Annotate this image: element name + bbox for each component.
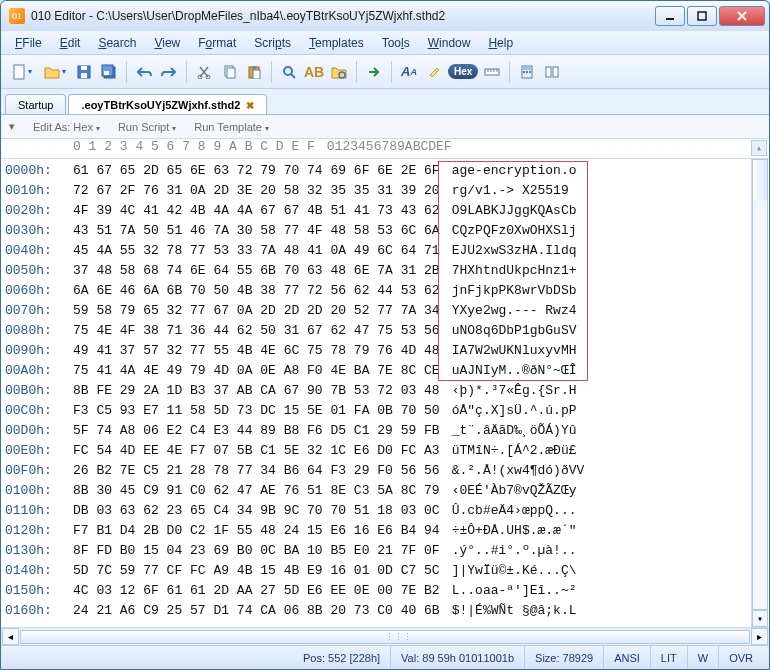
hex-row[interactable]: 00D0h:5F 74 A8 06 E2 C4 E3 44 89 B8 F6 D… — [1, 421, 769, 441]
maximize-button[interactable] — [687, 6, 717, 26]
status-endian[interactable]: LIT — [651, 646, 688, 669]
calculator-button[interactable] — [516, 61, 538, 83]
new-file-button[interactable]: ▾ — [7, 61, 37, 83]
ascii-cell[interactable]: uAJNIyM..®ðN°~ŒÎ — [440, 361, 577, 381]
menu-view[interactable]: View — [146, 34, 188, 52]
editbar-overflow-button[interactable]: ▾ — [9, 120, 15, 133]
find-in-files-button[interactable] — [328, 61, 350, 83]
bytes-cell[interactable]: 6A 6E 46 6A 6B 70 50 4B 38 77 72 56 62 4… — [71, 281, 440, 301]
scroll-up-button[interactable]: ▴ — [751, 140, 767, 156]
ascii-cell[interactable]: óÅ"ç.X]sÜ.^.ú.pP — [440, 401, 577, 421]
font-button[interactable]: AA — [398, 61, 420, 83]
bytes-cell[interactable]: 5F 74 A8 06 E2 C4 E3 44 89 B8 F6 D5 C1 2… — [71, 421, 440, 441]
horizontal-scrollbar[interactable]: ◂ ⋮⋮⋮ ▸ — [1, 627, 769, 645]
menu-format[interactable]: Format — [190, 34, 244, 52]
hex-row[interactable]: 00E0h:FC 54 4D EE 4E F7 07 5B C1 5E 32 1… — [1, 441, 769, 461]
hex-row[interactable]: 0060h:6A 6E 46 6A 6B 70 50 4B 38 77 72 5… — [1, 281, 769, 301]
ascii-cell[interactable]: _t¨.âÄãD‰¸öÕÁ)Yû — [440, 421, 577, 441]
vertical-scrollbar[interactable]: ▾ — [751, 159, 768, 627]
ascii-cell[interactable]: jnFjkpPK8wrVbDSb — [440, 281, 577, 301]
status-size[interactable]: Size: 78929 — [525, 646, 604, 669]
ascii-cell[interactable]: ‹þ)*.³7«Êg.{Sr.H — [440, 381, 577, 401]
status-charset[interactable]: ANSI — [604, 646, 651, 669]
hex-row[interactable]: 00C0h:F3 C5 93 E7 11 58 5D 73 DC 15 5E 0… — [1, 401, 769, 421]
ascii-cell[interactable]: uNO8q6DbP1gbGuSV — [440, 321, 577, 341]
hex-view[interactable]: 0000h:61 67 65 2D 65 6E 63 72 79 70 74 6… — [1, 159, 769, 627]
bytes-cell[interactable]: F7 B1 D4 2B D0 C2 1F 55 48 24 15 E6 16 E… — [71, 521, 440, 541]
hex-row[interactable]: 0010h:72 67 2F 76 31 0A 2D 3E 20 58 32 3… — [1, 181, 769, 201]
ascii-cell[interactable]: ]|YwÏü©±.Ké...Ç\ — [440, 561, 577, 581]
hscroll-thumb[interactable]: ⋮⋮⋮ — [21, 631, 749, 643]
redo-button[interactable] — [158, 61, 180, 83]
menu-search[interactable]: Search — [90, 34, 144, 52]
ascii-cell[interactable]: ÷±Ô+ÐÅ.UH$.æ.æ´" — [440, 521, 577, 541]
run-script-dropdown[interactable]: Run Script▾ — [118, 121, 176, 133]
copy-button[interactable] — [218, 61, 240, 83]
menu-tools[interactable]: Tools — [374, 34, 418, 52]
goto-button[interactable] — [363, 61, 385, 83]
bytes-cell[interactable]: 72 67 2F 76 31 0A 2D 3E 20 58 32 35 35 3… — [71, 181, 440, 201]
menu-help[interactable]: Help — [480, 34, 521, 52]
run-template-dropdown[interactable]: Run Template▾ — [194, 121, 269, 133]
hex-row[interactable]: 0140h:5D 7C 59 77 CF FC A9 4B 15 4B E9 1… — [1, 561, 769, 581]
hex-row[interactable]: 0000h:61 67 65 2D 65 6E 63 72 79 70 74 6… — [1, 161, 769, 181]
bytes-cell[interactable]: 61 67 65 2D 65 6E 63 72 79 70 74 69 6F 6… — [71, 161, 440, 181]
ascii-cell[interactable]: IA7W2wUKNluxyvMH — [440, 341, 577, 361]
find-button[interactable] — [278, 61, 300, 83]
ascii-cell[interactable]: L..oaa-ª']Eî..~² — [440, 581, 577, 601]
hex-row[interactable]: 0160h:24 21 A6 C9 25 57 D1 74 CA 06 8B 2… — [1, 601, 769, 621]
bytes-cell[interactable]: 59 58 79 65 32 77 67 0A 2D 2D 2D 20 52 7… — [71, 301, 440, 321]
bytes-cell[interactable]: DB 03 63 62 23 65 C4 34 9B 9C 70 70 51 1… — [71, 501, 440, 521]
bytes-cell[interactable]: 8B FE 29 2A 1D B3 37 AB CA 67 90 7B 53 7… — [71, 381, 440, 401]
bytes-cell[interactable]: 24 21 A6 C9 25 57 D1 74 CA 06 8B 20 73 C… — [71, 601, 440, 621]
bytes-cell[interactable]: 5D 7C 59 77 CF FC A9 4B 15 4B E9 16 01 0… — [71, 561, 440, 581]
save-all-button[interactable] — [98, 61, 120, 83]
save-button[interactable] — [73, 61, 95, 83]
hex-row[interactable]: 0110h:DB 03 63 62 23 65 C4 34 9B 9C 70 7… — [1, 501, 769, 521]
status-ovr[interactable]: OVR — [719, 646, 763, 669]
ascii-cell[interactable]: ‹0EÉ'Àb7®vQŽÃZŒy — [440, 481, 577, 501]
ascii-cell[interactable]: Û.cb#eÄ4›œppQ... — [440, 501, 577, 521]
hex-row[interactable]: 0040h:45 4A 55 32 78 77 53 33 7A 48 41 0… — [1, 241, 769, 261]
ascii-cell[interactable]: &.².Å!(xw4¶dó)ðVV — [440, 461, 585, 481]
hex-mode-button[interactable]: Hex — [448, 64, 478, 79]
hex-row[interactable]: 0050h:37 48 58 68 74 6E 64 55 6B 70 63 4… — [1, 261, 769, 281]
menu-edit[interactable]: Edit — [52, 34, 89, 52]
cut-button[interactable] — [193, 61, 215, 83]
bytes-cell[interactable]: 8F FD B0 15 04 23 69 B0 0C BA 10 B5 E0 2… — [71, 541, 440, 561]
bytes-cell[interactable]: 26 B2 7E C5 21 28 78 77 34 B6 64 F3 29 F… — [71, 461, 440, 481]
hex-row[interactable]: 0130h:8F FD B0 15 04 23 69 B0 0C BA 10 B… — [1, 541, 769, 561]
compare-button[interactable] — [541, 61, 563, 83]
menu-scripts[interactable]: Scripts — [246, 34, 299, 52]
bytes-cell[interactable]: 8B 30 45 C9 91 C0 62 47 AE 76 51 8E C3 5… — [71, 481, 440, 501]
ascii-cell[interactable]: üTMîN÷.[Á^2.æÐü£ — [440, 441, 577, 461]
bytes-cell[interactable]: 43 51 7A 50 51 46 7A 30 58 77 4F 48 58 5… — [71, 221, 440, 241]
ascii-cell[interactable]: 7HXhtndUkpcHnz1+ — [440, 261, 577, 281]
bytes-cell[interactable]: FC 54 4D EE 4E F7 07 5B C1 5E 32 1C E6 D… — [71, 441, 440, 461]
status-width[interactable]: W — [688, 646, 719, 669]
open-file-button[interactable]: ▾ — [40, 61, 70, 83]
close-tab-icon[interactable]: ✖ — [246, 100, 254, 111]
scroll-right-button[interactable]: ▸ — [751, 628, 768, 645]
scroll-left-button[interactable]: ◂ — [2, 628, 19, 645]
ascii-cell[interactable]: O9LABKJJggKQAsCb — [440, 201, 577, 221]
bytes-cell[interactable]: 49 41 37 57 32 77 55 4B 4E 6C 75 78 79 7… — [71, 341, 440, 361]
paste-button[interactable] — [243, 61, 265, 83]
hex-row[interactable]: 00F0h:26 B2 7E C5 21 28 78 77 34 B6 64 F… — [1, 461, 769, 481]
status-pos[interactable]: Pos: 552 [228h] — [293, 646, 391, 669]
menu-window[interactable]: Window — [420, 34, 479, 52]
bytes-cell[interactable]: 45 4A 55 32 78 77 53 33 7A 48 41 0A 49 6… — [71, 241, 440, 261]
close-button[interactable] — [719, 6, 765, 26]
ascii-cell[interactable]: age-encryption.o — [440, 161, 577, 181]
bytes-cell[interactable]: 4C 03 12 6F 61 61 2D AA 27 5D E6 EE 0E 0… — [71, 581, 440, 601]
menu-templates[interactable]: Templates — [301, 34, 372, 52]
bytes-cell[interactable]: 4F 39 4C 41 42 4B 4A 4A 67 67 4B 51 41 7… — [71, 201, 440, 221]
tab-startup[interactable]: Startup — [5, 94, 66, 114]
ascii-cell[interactable]: $!|É%WÑt §@â;k.L — [440, 601, 577, 621]
hex-row[interactable]: 0120h:F7 B1 D4 2B D0 C2 1F 55 48 24 15 E… — [1, 521, 769, 541]
highlight-button[interactable] — [423, 61, 445, 83]
ruler-button[interactable] — [481, 61, 503, 83]
bytes-cell[interactable]: 75 41 4A 4E 49 79 4D 0A 0E A8 F0 4E BA 7… — [71, 361, 440, 381]
minimize-button[interactable] — [655, 6, 685, 26]
hex-row[interactable]: 00A0h:75 41 4A 4E 49 79 4D 0A 0E A8 F0 4… — [1, 361, 769, 381]
